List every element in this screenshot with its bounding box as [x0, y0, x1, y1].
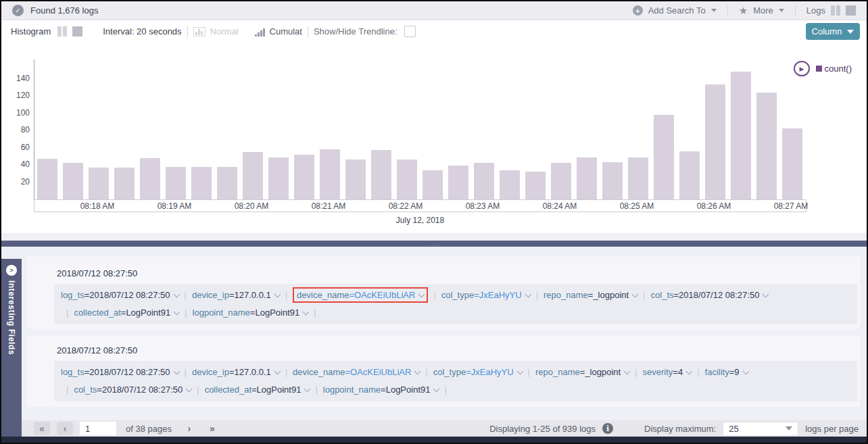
- log-field-log_ts[interactable]: log_ts=2018/07/12 08:27:50: [61, 367, 179, 377]
- histogram-bar[interactable]: [243, 152, 263, 199]
- field-dropdown-icon[interactable]: [414, 368, 421, 375]
- histogram-bar[interactable]: [268, 157, 289, 199]
- log-field-logpoint_name[interactable]: logpoint_name=LogPoint91: [323, 385, 439, 395]
- histogram-bar[interactable]: [294, 155, 314, 199]
- histogram-bar[interactable]: [654, 115, 674, 199]
- histogram-split-icon[interactable]: [57, 26, 67, 36]
- log-field-repo_name[interactable]: repo_name=_logpoint: [535, 367, 629, 377]
- field-dropdown-icon[interactable]: [274, 291, 281, 298]
- histogram-bar[interactable]: [551, 163, 571, 199]
- chevron-down-icon[interactable]: [711, 9, 717, 12]
- last-page-button[interactable]: »: [204, 422, 220, 435]
- histogram-bar[interactable]: [423, 170, 443, 199]
- field-dropdown-icon[interactable]: [173, 291, 180, 298]
- field-dropdown-icon[interactable]: [632, 291, 639, 298]
- histogram-bar[interactable]: [705, 84, 725, 199]
- histogram-bar[interactable]: [500, 170, 520, 199]
- log-field-repo_name[interactable]: repo_name=_logpoint: [544, 290, 637, 300]
- page-number-input[interactable]: [80, 422, 116, 435]
- field-dropdown-icon[interactable]: [274, 368, 281, 375]
- histogram-bar[interactable]: [731, 72, 751, 199]
- histogram-toolbar: Histogram Interval: 20 seconds Normal Cu…: [1, 20, 867, 43]
- field-dropdown-icon[interactable]: [763, 291, 769, 298]
- add-search-to-menu[interactable]: Add Search To: [648, 5, 706, 16]
- field-dropdown-icon[interactable]: [174, 309, 180, 316]
- histogram-bar[interactable]: [217, 167, 237, 199]
- histogram-bar[interactable]: [320, 149, 340, 199]
- column-dropdown-button[interactable]: Column: [806, 23, 860, 40]
- field-dropdown-icon[interactable]: [304, 386, 311, 393]
- cumulative-chart-icon: [255, 27, 265, 36]
- field-dropdown-icon[interactable]: [624, 368, 631, 375]
- legend-item[interactable]: count(): [816, 64, 852, 74]
- log-field-facility[interactable]: facility=9: [705, 367, 748, 377]
- display-maximum-select[interactable]: 25: [723, 422, 798, 436]
- field-dropdown-icon[interactable]: [742, 368, 749, 375]
- log-field-col_type[interactable]: col_type=JxEaHyYU: [441, 290, 531, 300]
- field-dropdown-icon[interactable]: [433, 386, 440, 393]
- histogram-full-icon[interactable]: [72, 26, 82, 36]
- field-dropdown-icon[interactable]: [418, 291, 425, 298]
- divider: [187, 26, 188, 37]
- histogram-bar[interactable]: [448, 166, 468, 199]
- log-field-col_ts[interactable]: col_ts=2018/07/12 08:27:50: [74, 385, 191, 395]
- log-field-collected_at[interactable]: collected_at=LogPoint91: [205, 385, 310, 395]
- field-dropdown-icon[interactable]: [173, 368, 180, 375]
- next-page-button[interactable]: ›: [181, 422, 197, 435]
- log-field-device_name[interactable]: device_name=OAcKEiUbLiAR: [293, 367, 420, 377]
- trendline-checkbox[interactable]: [404, 26, 416, 37]
- histogram-bar[interactable]: [525, 172, 546, 199]
- histogram-bar[interactable]: [756, 93, 777, 199]
- log-field-severity[interactable]: severity=4: [643, 367, 692, 377]
- chevron-down-icon[interactable]: [779, 9, 784, 12]
- log-field-collected_at[interactable]: collected_at=LogPoint91: [74, 307, 179, 318]
- log-field-device_ip[interactable]: device_ip=127.0.0.1: [192, 290, 280, 300]
- expand-circle-icon[interactable]: >: [6, 265, 17, 276]
- histogram-bar[interactable]: [628, 157, 648, 199]
- normal-mode-button[interactable]: Normal: [210, 26, 239, 36]
- histogram-bar[interactable]: [602, 162, 623, 199]
- log-field-device_name[interactable]: device_name=OAcKEiUbLiAR: [293, 287, 428, 303]
- histogram-bar[interactable]: [140, 158, 160, 199]
- first-page-button[interactable]: «: [34, 422, 50, 435]
- field-dropdown-icon[interactable]: [516, 368, 523, 375]
- histogram-bar[interactable]: [371, 150, 391, 199]
- play-circle-icon[interactable]: ▶: [794, 61, 810, 76]
- log-field-logpoint_name[interactable]: logpoint_name=LogPoint91: [193, 307, 309, 318]
- histogram-bar[interactable]: [397, 159, 417, 199]
- more-menu[interactable]: More: [753, 5, 773, 16]
- prev-page-button[interactable]: ‹: [57, 422, 73, 435]
- histogram-bar[interactable]: [577, 157, 597, 199]
- log-field-log_ts[interactable]: log_ts=2018/07/12 08:27:50: [61, 290, 179, 300]
- log-fields: log_ts=2018/07/12 08:27:50|device_ip=127…: [54, 284, 857, 324]
- y-tick-label: 140: [1, 74, 30, 83]
- cumulative-mode-button[interactable]: Cumulat: [270, 26, 302, 36]
- interesting-fields-tab[interactable]: > Interesting Fields: [1, 259, 22, 437]
- histogram-bar[interactable]: [679, 151, 700, 199]
- log-field-device_ip[interactable]: device_ip=127.0.0.1: [192, 367, 280, 377]
- x-axis-date-label: July 12, 2018: [34, 216, 806, 225]
- field-dropdown-icon[interactable]: [686, 368, 693, 375]
- field-dropdown-icon[interactable]: [525, 291, 531, 298]
- histogram-bar[interactable]: [166, 167, 186, 199]
- histogram-bar[interactable]: [782, 128, 802, 199]
- field-dropdown-icon[interactable]: [303, 309, 310, 316]
- log-field-col_type[interactable]: col_type=JxEaHyYU: [433, 367, 523, 377]
- field-separator: |: [536, 290, 538, 300]
- field-dropdown-icon[interactable]: [186, 386, 193, 393]
- histogram-bar[interactable]: [114, 168, 135, 199]
- field-separator: |: [444, 385, 446, 395]
- full-view-icon[interactable]: [846, 5, 856, 16]
- histogram-bar[interactable]: [474, 163, 494, 199]
- histogram-bar[interactable]: [37, 159, 57, 199]
- histogram-bar[interactable]: [345, 159, 366, 199]
- field-separator: |: [697, 367, 699, 377]
- split-view-icon[interactable]: [831, 5, 840, 16]
- histogram-bar[interactable]: [89, 168, 109, 199]
- histogram-bar[interactable]: [63, 163, 83, 199]
- log-field-col_ts[interactable]: col_ts=2018/07/12 08:27:50: [651, 290, 769, 300]
- histogram-bar[interactable]: [191, 167, 212, 199]
- legend-swatch: [816, 66, 822, 72]
- info-icon[interactable]: i: [602, 423, 613, 434]
- pagination-bar: « ‹ of 38 pages › » Displaying 1-25 of 9…: [22, 420, 867, 437]
